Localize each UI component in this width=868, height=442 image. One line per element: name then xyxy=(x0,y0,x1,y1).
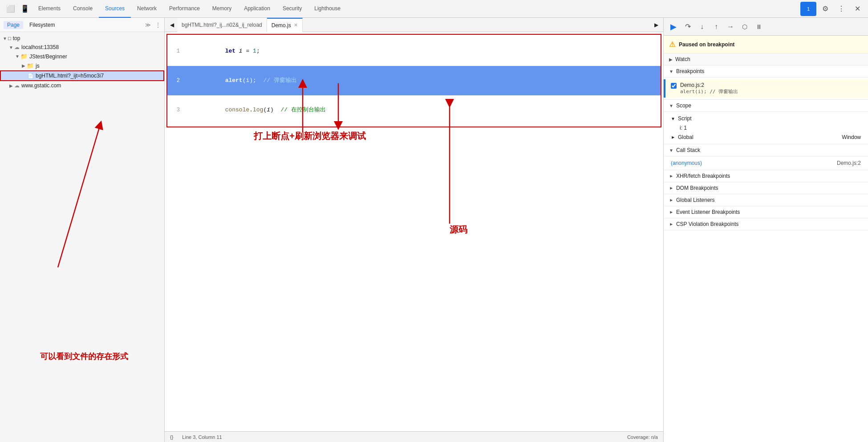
scope-var-val: 1 xyxy=(684,125,687,131)
resume-btn[interactable]: ▶ xyxy=(667,20,680,33)
global-listeners-header[interactable]: ▼ Global Listeners xyxy=(664,194,868,206)
dom-breakpoints-section: ▼ DOM Breakpoints xyxy=(664,182,868,194)
scope-global-arrow: ▼ xyxy=(670,135,675,139)
line-number-3: 3 xyxy=(167,105,183,115)
watch-section-header[interactable]: ▶ Watch xyxy=(664,53,868,65)
debugger-toolbar: ▶ ↷ ↓ ↑ → ⬡ ⏸ xyxy=(664,18,868,36)
dom-section-header[interactable]: ▼ DOM Breakpoints xyxy=(664,182,868,194)
event-listener-header[interactable]: ▼ Event Listener Breakpoints xyxy=(664,206,868,218)
csp-label: CSP Violation Breakpoints xyxy=(676,221,738,227)
device-toolbar-btn[interactable]: 📱 xyxy=(18,2,32,16)
left-panel-menu[interactable]: ⋮ xyxy=(155,22,161,28)
step-btn[interactable]: → xyxy=(724,20,737,33)
event-listener-label: Event Listener Breakpoints xyxy=(676,209,740,215)
breakpoints-label: Breakpoints xyxy=(676,68,704,74)
editor-tab-demojs[interactable]: Demo.js ✕ xyxy=(267,18,303,32)
code-line-3[interactable]: 3 console.log(i) // 在控制台输出 xyxy=(167,95,661,125)
line-content-1: let i = 1; xyxy=(183,37,657,66)
folder-icon-jstest: 📁 xyxy=(20,53,28,60)
dom-arrow: ▼ xyxy=(669,186,673,190)
close-devtools-btn[interactable]: ✕ xyxy=(850,2,864,16)
cloud-icon-localhost: ☁ xyxy=(14,44,20,50)
callstack-section-header[interactable]: ▼ Call Stack xyxy=(664,144,868,156)
tree-item-bghtml[interactable]: 📄 bgHTML.html?_ijt=h5moc3i7 xyxy=(0,70,164,81)
code-line-1[interactable]: 1 let i = 1; xyxy=(167,37,661,66)
tab-memory[interactable]: Memory xyxy=(206,0,238,18)
tab-lighthouse[interactable]: Lighthouse xyxy=(308,0,347,18)
step-out-btn[interactable]: ↑ xyxy=(710,20,722,33)
scope-section-header[interactable]: ▼ Scope xyxy=(664,100,868,112)
top-icon: □ xyxy=(8,36,11,41)
code-editor[interactable]: 1 let i = 1; 2 alert(i); // 弹窗输出 3 xyxy=(165,32,663,431)
step-into-btn[interactable]: ↓ xyxy=(696,20,708,33)
paused-banner: ⚠ Paused on breakpoint xyxy=(664,36,868,53)
scope-script-arrow: ▼ xyxy=(671,116,675,121)
line-content-3: console.log(i) // 在控制台输出 xyxy=(183,95,657,125)
tab-sources[interactable]: Sources xyxy=(99,0,131,18)
xhr-section-header[interactable]: ▼ XHR/fetch Breakpoints xyxy=(664,170,868,182)
step-over-btn[interactable]: ↷ xyxy=(681,20,694,33)
breakpoints-arrow: ▼ xyxy=(669,69,673,74)
scope-global-label: Global xyxy=(678,134,694,140)
left-panel-toolbar: Page Filesystem ≫ ⋮ xyxy=(0,18,164,32)
breakpoints-section: ▼ Breakpoints Demo.js:2 alert(i); // 弹窗输… xyxy=(664,65,868,100)
breakpoints-content: Demo.js:2 alert(i); // 弹窗输出 xyxy=(664,78,868,100)
tab-elements[interactable]: Elements xyxy=(32,0,67,18)
left-panel-more[interactable]: ≫ xyxy=(145,22,151,28)
watch-label: Watch xyxy=(675,56,690,62)
annotation-source-code: 源码 xyxy=(450,224,467,236)
feedback-btn[interactable]: 1 xyxy=(800,2,816,16)
callstack-label: Call Stack xyxy=(676,147,700,153)
tab-application[interactable]: Application xyxy=(238,0,276,18)
tab-console[interactable]: Console xyxy=(67,0,99,18)
breakpoint-checkbox-0[interactable] xyxy=(671,83,677,89)
scope-content: ▼ Script i: 1 ▼ Global Window xyxy=(664,112,868,144)
tab-filesystem[interactable]: Filesystem xyxy=(26,21,58,29)
tab-network[interactable]: Network xyxy=(131,0,163,18)
editor-tab-bghtml[interactable]: bgHTML.html?_ij...n02&_ij_reload xyxy=(177,18,267,32)
file-icon-bghtml: 📄 xyxy=(28,73,34,79)
editor-tab-nav-left[interactable]: ◀ xyxy=(166,22,177,28)
inspect-element-btn[interactable]: ⬜ xyxy=(4,2,18,16)
more-options-btn[interactable]: ⋮ xyxy=(834,2,848,16)
breakpoints-section-header[interactable]: ▼ Breakpoints xyxy=(664,65,868,78)
code-line-2[interactable]: 2 alert(i); // 弹窗输出 xyxy=(167,66,661,95)
right-panel-content: ⚠ Paused on breakpoint ▶ Watch ▼ Breakpo… xyxy=(664,36,868,442)
status-format-icon[interactable]: {} xyxy=(170,434,173,440)
scope-global-header[interactable]: ▼ Global Window xyxy=(664,132,868,142)
tab-performance[interactable]: Performance xyxy=(163,0,206,18)
arrow-bghtml xyxy=(21,74,28,78)
tree-label-jstest: JStest/Beginner xyxy=(29,53,67,60)
tab-security[interactable]: Security xyxy=(276,0,308,18)
editor-statusbar: {} Line 3, Column 11 Coverage: n/a xyxy=(165,431,663,442)
scope-script-header[interactable]: ▼ Script xyxy=(664,114,868,123)
breakpoint-item-0: Demo.js:2 alert(i); // 弹窗输出 xyxy=(664,79,868,98)
paused-icon: ⚠ xyxy=(669,40,675,49)
breakpoint-code-0: alert(i); // 弹窗输出 xyxy=(680,88,861,95)
line-number-1: 1 xyxy=(167,46,183,56)
arrow-jstest: ▼ xyxy=(14,54,20,59)
deactivate-breakpoints-btn[interactable]: ⬡ xyxy=(738,20,751,33)
watch-arrow: ▶ xyxy=(669,57,673,62)
devtools-toolbar: ⬜ 📱 Elements Console Sources Network Per… xyxy=(0,0,868,18)
main-tab-list: Elements Console Sources Network Perform… xyxy=(32,0,347,18)
tree-item-gstatic[interactable]: ▶ ☁ www.gstatic.com xyxy=(0,81,164,90)
xhr-arrow: ▼ xyxy=(669,174,673,178)
arrow-localhost: ▼ xyxy=(8,45,14,50)
tree-item-localhost[interactable]: ▼ ☁ localhost:13358 xyxy=(0,43,164,52)
csp-header[interactable]: ▼ CSP Violation Breakpoints xyxy=(664,218,868,230)
breakpoint-title-0: Demo.js:2 xyxy=(680,82,861,88)
xhr-section: ▼ XHR/fetch Breakpoints xyxy=(664,170,868,182)
scope-global-val: Window xyxy=(842,134,861,140)
status-coverage: Coverage: n/a xyxy=(627,434,658,440)
editor-tab-nav-right[interactable]: ▶ xyxy=(651,22,661,28)
settings-btn[interactable]: ⚙ xyxy=(818,2,832,16)
tab-page[interactable]: Page xyxy=(4,21,23,29)
tree-item-jstest[interactable]: ▼ 📁 JStest/Beginner xyxy=(0,52,164,61)
editor-tab-close-btn[interactable]: ✕ xyxy=(294,22,298,28)
line-content-2: alert(i); // 弹窗输出 xyxy=(183,66,657,95)
tree-item-js[interactable]: ▶ 📁 js xyxy=(0,61,164,70)
dont-pause-exceptions-btn[interactable]: ⏸ xyxy=(753,20,765,33)
tree-item-top[interactable]: ▼ □ top xyxy=(0,34,164,43)
scope-section: ▼ Scope ▼ Script i: 1 ▼ xyxy=(664,100,868,144)
